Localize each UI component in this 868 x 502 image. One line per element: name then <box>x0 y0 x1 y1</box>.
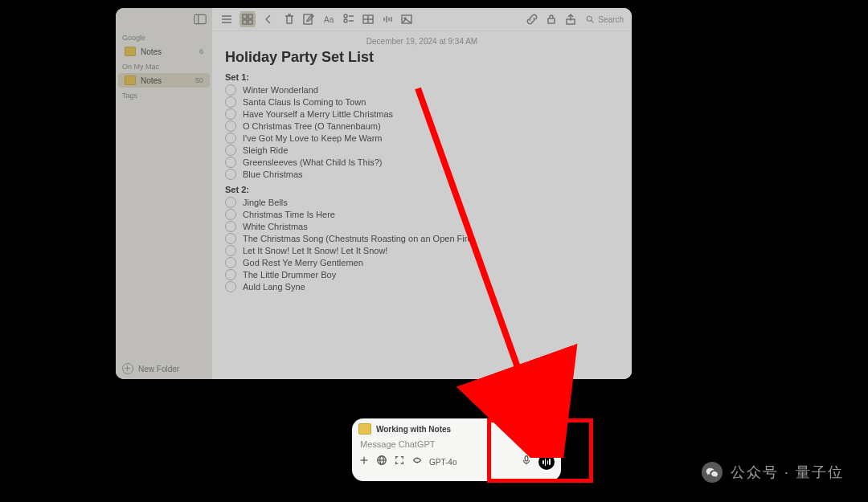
watermark-text: 公众号 · 量子位 <box>731 463 844 482</box>
checklist-text: Let It Snow! Let It Snow! Let It Snow! <box>243 246 387 255</box>
unchecked-circle-icon[interactable] <box>225 108 236 120</box>
sidebar-section-tags: Tags <box>116 88 212 101</box>
checklist-text: The Christmas Song (Chestnuts Roasting o… <box>243 234 475 243</box>
attach-icon[interactable] <box>358 455 370 469</box>
svg-line-27 <box>592 21 594 23</box>
checklist-text: O Christmas Tree (O Tannenbaum) <box>243 121 381 131</box>
web-icon[interactable] <box>376 455 387 469</box>
lock-icon[interactable] <box>545 13 558 26</box>
watermark: 公众号 · 量子位 <box>702 462 844 483</box>
unchecked-circle-icon[interactable] <box>225 197 236 208</box>
checklist-item[interactable]: Sleigh Ride <box>225 145 619 156</box>
new-folder-label: New Folder <box>138 365 179 373</box>
unchecked-circle-icon[interactable] <box>225 120 236 132</box>
sidebar-item-label: Notes <box>141 47 194 56</box>
screenshot-icon[interactable] <box>394 455 405 469</box>
sidebar-item-label: Notes <box>141 76 190 85</box>
checklist-text: Blue Christmas <box>243 169 303 179</box>
sidebar-item-count: 50 <box>195 76 203 84</box>
svg-rect-7 <box>243 20 247 24</box>
checklist-item[interactable]: Have Yourself a Merry Little Christmas <box>225 108 619 120</box>
notes-app-icon <box>358 423 371 435</box>
checklist-text: Auld Lang Syne <box>243 282 305 292</box>
sidebar-section-onmymac: On My Mac <box>116 59 212 72</box>
checklist-item[interactable]: Santa Claus Is Coming to Town <box>225 96 619 108</box>
unchecked-circle-icon[interactable] <box>225 245 236 256</box>
checklist-icon[interactable] <box>342 13 355 26</box>
svg-rect-8 <box>248 20 252 24</box>
sidebar-section-google: Google <box>116 31 212 43</box>
checklist-item[interactable]: Greensleeves (What Child Is This?) <box>225 157 619 168</box>
note-datestamp: December 19, 2024 at 9:34 AM <box>225 37 619 46</box>
media-icon[interactable] <box>400 13 413 26</box>
plus-circle-icon <box>122 363 133 374</box>
checklist-item[interactable]: Blue Christmas <box>225 169 619 180</box>
svg-text:Aa: Aa <box>324 15 334 24</box>
svg-point-11 <box>344 14 347 18</box>
svg-rect-5 <box>243 14 247 18</box>
tools-icon[interactable] <box>411 455 423 469</box>
checklist-text: I've Got My Love to Keep Me Warm <box>243 133 382 143</box>
sidebar-new-folder[interactable]: New Folder <box>116 358 212 379</box>
unchecked-circle-icon[interactable] <box>225 169 236 180</box>
checklist-item[interactable]: Winter Wonderland <box>225 84 619 96</box>
checklist-item[interactable]: I've Got My Love to Keep Me Warm <box>225 133 619 144</box>
set2-list: Jingle Bells Christmas Time Is Here Whit… <box>225 197 619 292</box>
search-placeholder: Search <box>598 15 624 24</box>
unchecked-circle-icon[interactable] <box>225 96 236 108</box>
search-field[interactable]: Search <box>585 14 624 24</box>
checklist-text: The Little Drummer Boy <box>243 270 336 280</box>
checklist-text: Winter Wonderland <box>243 85 318 95</box>
sidebar-item-count: 6 <box>199 47 203 55</box>
unchecked-circle-icon[interactable] <box>225 209 236 220</box>
checklist-item[interactable]: God Rest Ye Merry Gentlemen <box>225 257 619 268</box>
model-selector[interactable]: GPT-4o <box>429 458 457 467</box>
checklist-item[interactable]: Christmas Time Is Here <box>225 209 619 220</box>
unchecked-circle-icon[interactable] <box>225 281 236 292</box>
checklist-text: Jingle Bells <box>243 198 288 207</box>
palette-context-label: Working with Notes <box>376 425 451 434</box>
annotation-highlight-box <box>487 418 593 483</box>
checklist-text: Christmas Time Is Here <box>243 210 335 219</box>
compose-icon[interactable] <box>302 13 315 26</box>
checklist-item[interactable]: O Christmas Tree (O Tannenbaum) <box>225 120 619 132</box>
sidebar-item-google-notes[interactable]: Notes 6 <box>118 44 210 59</box>
gallery-view-icon[interactable] <box>240 11 256 27</box>
checklist-item[interactable]: The Little Drummer Boy <box>225 269 619 280</box>
folder-icon <box>125 47 136 56</box>
checklist-item[interactable]: Jingle Bells <box>225 197 619 208</box>
checklist-text: White Christmas <box>243 222 308 231</box>
note-body[interactable]: December 19, 2024 at 9:34 AM Holiday Par… <box>212 31 632 379</box>
checklist-item[interactable]: Let It Snow! Let It Snow! Let It Snow! <box>225 245 619 256</box>
share-icon[interactable] <box>564 13 577 26</box>
unchecked-circle-icon[interactable] <box>225 257 236 268</box>
sidebar-item-local-notes[interactable]: Notes 50 <box>118 73 210 88</box>
link-icon[interactable] <box>526 13 538 26</box>
sidebar-toggle-icon[interactable] <box>194 14 207 27</box>
checklist-item[interactable]: White Christmas <box>225 221 619 232</box>
note-title: Holiday Party Set List <box>225 49 619 66</box>
unchecked-circle-icon[interactable] <box>225 133 236 144</box>
svg-rect-24 <box>548 18 555 23</box>
checklist-text: Greensleeves (What Child Is This?) <box>243 157 382 167</box>
svg-rect-6 <box>248 14 252 18</box>
checklist-item[interactable]: Auld Lang Syne <box>225 281 619 292</box>
unchecked-circle-icon[interactable] <box>225 269 236 280</box>
set1-header: Set 1: <box>225 72 619 82</box>
unchecked-circle-icon[interactable] <box>225 145 236 156</box>
trash-icon[interactable] <box>283 13 296 26</box>
list-view-icon[interactable] <box>220 13 233 26</box>
table-icon[interactable] <box>362 13 375 26</box>
wechat-icon <box>702 462 723 483</box>
audio-icon[interactable] <box>381 13 394 26</box>
unchecked-circle-icon[interactable] <box>225 157 236 168</box>
svg-point-26 <box>588 16 592 21</box>
back-icon[interactable] <box>262 13 275 26</box>
unchecked-circle-icon[interactable] <box>225 233 236 244</box>
checklist-item[interactable]: The Christmas Song (Chestnuts Roasting o… <box>225 233 619 244</box>
format-text-icon[interactable]: Aa <box>323 13 336 26</box>
unchecked-circle-icon[interactable] <box>225 221 236 232</box>
unchecked-circle-icon[interactable] <box>225 84 236 96</box>
checklist-text: Sleigh Ride <box>243 145 288 155</box>
notes-main: Aa Search December 19, 20 <box>212 8 632 379</box>
